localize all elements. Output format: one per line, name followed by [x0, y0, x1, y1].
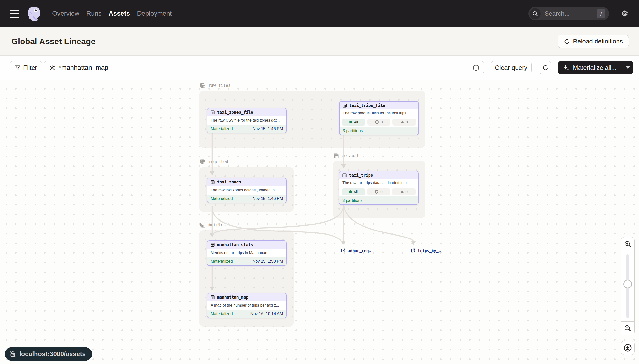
asset-node-taxi_trips[interactable]: taxi_tripsThe raw taxi trips dataset, lo…	[339, 171, 418, 205]
external-asset-trips_by_week[interactable]: trips_by_…	[411, 248, 441, 253]
group-label-default[interactable]: default	[333, 152, 359, 160]
partition-pill-label: All	[354, 120, 358, 124]
asset-node-manhattan_stats[interactable]: manhattan_statsMetrics on taxi trips in …	[207, 240, 287, 266]
materialization-timestamp[interactable]: Nov 15, 1:46 PM	[252, 126, 283, 131]
table-icon	[210, 295, 215, 300]
filter-button[interactable]: Filter	[10, 61, 42, 74]
asset-selection-input[interactable]: *manhattan_map	[44, 61, 484, 74]
asset-node-footer: MaterializedNov 15, 1:50 PM	[207, 257, 286, 265]
external-link-icon	[411, 248, 415, 253]
materialize-all-button[interactable]: Materialize all...	[558, 61, 633, 74]
status-url: localhost:3000/assets	[19, 350, 86, 358]
partition-health-row: All00	[339, 187, 418, 196]
lineage-toolbar: Filter *manhattan_map Clear query Materi…	[0, 56, 639, 80]
materialize-all-main[interactable]: Materialize all...	[558, 61, 622, 74]
asset-name: manhattan_stats	[217, 242, 253, 247]
zoom-out-button[interactable]	[621, 322, 634, 335]
partition-pill-zero-triangle[interactable]: 0	[392, 118, 416, 126]
page-header: Global Asset Lineage Reload definitions	[0, 27, 639, 56]
materialize-dropdown-button[interactable]	[622, 61, 633, 74]
failed-ring-icon	[375, 190, 378, 194]
asset-node-manhattan_map[interactable]: manhattan_mapA map of the number of trip…	[207, 293, 287, 318]
external-asset-label: trips_by_…	[418, 248, 441, 253]
asset-node-footer: 3 partitions	[339, 196, 418, 204]
failed-ring-icon	[375, 120, 379, 124]
nav-item-overview[interactable]: Overview	[52, 10, 80, 18]
materialization-timestamp[interactable]: Nov 15, 1:50 PM	[252, 259, 283, 264]
edge-arrowhead	[411, 241, 416, 245]
missing-triangle-icon	[401, 121, 404, 123]
group-label-metrics[interactable]: metrics	[200, 221, 226, 229]
group-name: raw_files	[208, 83, 231, 88]
nav-item-assets[interactable]: Assets	[109, 10, 130, 18]
clear-query-button[interactable]: Clear query	[491, 61, 531, 74]
partition-pill-all[interactable]: All	[342, 118, 365, 126]
materialized-status: Materialized	[211, 196, 233, 201]
table-icon	[210, 110, 215, 115]
materialization-timestamp[interactable]: Nov 15, 1:46 PM	[252, 196, 283, 201]
partition-pill-label: 0	[406, 120, 408, 124]
group-name: default	[342, 153, 359, 158]
asset-node-footer: 3 partitions	[340, 127, 418, 135]
asset-node-header[interactable]: taxi_zones_file	[207, 108, 286, 116]
asset-node-header[interactable]: taxi_trips	[339, 172, 418, 179]
partition-pill-label: All	[354, 190, 358, 194]
partition-pill-all[interactable]: All	[342, 188, 365, 195]
nav-item-deployment[interactable]: Deployment	[137, 10, 172, 18]
settings-gear-icon[interactable]	[621, 10, 629, 18]
download-view-button[interactable]	[621, 341, 635, 355]
asset-node-taxi_zones_file[interactable]: taxi_zones_fileThe raw CSV file for the …	[207, 108, 287, 133]
external-asset-adhoc_request[interactable]: adhoc_req…	[341, 248, 371, 253]
asset-node-header[interactable]: manhattan_map	[207, 293, 286, 301]
zoom-in-button[interactable]	[621, 237, 634, 251]
asset-node-taxi_trips_file[interactable]: taxi_trips_fileThe raw parquet files for…	[339, 101, 419, 135]
table-icon	[210, 242, 215, 247]
dagster-logo-icon[interactable]	[26, 6, 43, 22]
asset-description: The raw parquet files for the taxi trips…	[340, 109, 418, 117]
insecure-lock-icon	[9, 350, 17, 358]
zoom-slider[interactable]	[621, 251, 634, 322]
global-search[interactable]: /	[528, 7, 609, 20]
nav-item-runs[interactable]: Runs	[87, 10, 102, 18]
partition-pill-zero-circle[interactable]: 0	[367, 118, 391, 126]
search-icon	[530, 8, 541, 19]
lineage-query-icon	[49, 64, 56, 71]
reload-definitions-button[interactable]: Reload definitions	[558, 35, 629, 48]
group-label-ingested[interactable]: ingested	[200, 158, 228, 166]
refresh-button[interactable]	[539, 61, 551, 74]
table-icon	[210, 180, 215, 184]
download-icon	[623, 344, 632, 352]
query-value: *manhattan_map	[59, 64, 109, 72]
asset-node-header[interactable]: manhattan_stats	[207, 241, 286, 248]
asset-description: A map of the number of trips per taxi z.…	[207, 301, 286, 310]
asset-description: The raw taxi zones dataset, loaded int..…	[207, 186, 286, 194]
asset-group-icon	[200, 82, 206, 89]
table-icon	[342, 103, 347, 108]
table-icon	[342, 173, 347, 178]
external-link-icon	[341, 248, 346, 253]
refresh-icon	[542, 64, 549, 71]
partition-pill-zero-triangle[interactable]: 0	[392, 188, 416, 195]
zoom-controls	[621, 237, 635, 335]
materialization-timestamp[interactable]: Nov 16, 10:14 AM	[250, 312, 283, 316]
partition-pill-label: 0	[381, 120, 383, 124]
search-shortcut-key: /	[597, 9, 605, 18]
partition-pill-label: 0	[406, 190, 408, 194]
zoom-slider-handle[interactable]	[623, 280, 632, 288]
group-label-raw_files[interactable]: raw_files	[200, 82, 231, 89]
top-navbar: Overview Runs Assets Deployment /	[0, 0, 639, 27]
asset-node-header[interactable]: taxi_zones	[207, 178, 286, 186]
query-info-icon[interactable]	[472, 64, 480, 73]
browser-status-bubble: localhost:3000/assets	[5, 347, 92, 361]
partition-pill-zero-circle[interactable]: 0	[367, 188, 390, 195]
materialized-status: Materialized	[211, 259, 233, 264]
edge-arrowhead	[341, 241, 346, 245]
asset-description: The raw taxi trips dataset, loaded into …	[339, 179, 418, 187]
asset-name: taxi_zones	[217, 180, 241, 184]
asset-group-icon	[333, 152, 339, 159]
zoom-out-icon	[624, 324, 631, 332]
menu-icon[interactable]	[10, 10, 19, 18]
asset-node-header[interactable]: taxi_trips_file	[340, 102, 418, 109]
asset-node-taxi_zones[interactable]: taxi_zonesThe raw taxi zones dataset, lo…	[207, 178, 287, 203]
nav-tabs: Overview Runs Assets Deployment	[52, 10, 172, 18]
